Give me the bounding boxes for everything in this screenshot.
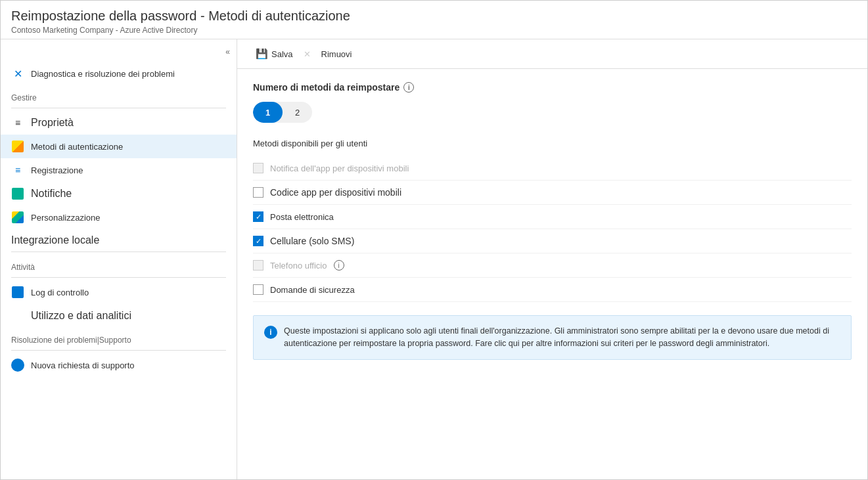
sidebar-item-supporto[interactable]: Nuova richiesta di supporto — [1, 353, 237, 377]
sidebar-item-label: Log di controllo — [31, 288, 89, 297]
info-box: i Queste impostazioni si applicano solo … — [253, 315, 852, 360]
sidebar-item-label: Personalizzazione — [31, 213, 101, 223]
method-item-domande: Domande di sicurezza — [253, 278, 852, 302]
section-gestire: Gestire — [1, 85, 237, 105]
method-label-notifica: Notifica dell'app per dispositivi mobili — [270, 164, 409, 173]
sidebar-item-label: Metodi di autenticazione — [31, 142, 123, 152]
method-checkbox-posta[interactable] — [253, 211, 263, 222]
sidebar-item-diagnostica[interactable]: ✕ Diagnostica e risoluzione dei problemi — [1, 62, 237, 85]
save-button[interactable]: 💾 Salva — [248, 45, 301, 63]
breadcrumb-service[interactable]: Azure Active Directory — [120, 26, 197, 35]
save-icon: 💾 — [256, 48, 268, 60]
sidebar-item-personalizzazione[interactable]: Personalizzazione — [1, 206, 237, 229]
palette-icon — [11, 211, 24, 224]
method-item-cellulare: Cellulare (solo SMS) — [253, 229, 852, 253]
content-area: Numero di metodi da reimpostare i 1 2 Me… — [237, 69, 867, 373]
sidebar-item-label: Notifiche — [31, 188, 72, 200]
section-integrazione: Integrazione locale — [1, 229, 237, 249]
list-icon: ≡ — [11, 164, 24, 177]
telefono-info-icon[interactable]: i — [334, 260, 344, 271]
method-item-codice: Codice app per dispositivi mobili — [253, 181, 852, 205]
method-label-codice: Codice app per dispositivi mobili — [270, 187, 401, 198]
toggle-option-1[interactable]: 1 — [253, 102, 283, 123]
utilizzo-icon — [11, 309, 24, 322]
method-item-notifica: Notifica dell'app per dispositivi mobili — [253, 156, 852, 181]
divider-risoluzione — [11, 350, 226, 351]
header: Reimpostazione della password - Metodi d… — [1, 1, 867, 39]
support-icon — [11, 359, 24, 372]
sidebar-item-label: Registrazione — [31, 165, 83, 175]
shield-icon — [11, 140, 24, 153]
breadcrumb-company[interactable]: Contoso Marketing Company — [11, 26, 113, 35]
method-checkbox-telefono[interactable] — [253, 260, 263, 271]
breadcrumb: Contoso Marketing Company - Azure Active… — [11, 26, 857, 35]
section-risoluzione: Risoluzione dei problemi|Supporto — [1, 328, 237, 347]
sidebar-collapse-button[interactable]: « — [225, 47, 230, 56]
sidebar-item-registrazione[interactable]: ≡ Registrazione — [1, 158, 237, 182]
divider — [11, 108, 226, 108]
divider-attivita — [11, 277, 226, 278]
sidebar: « ✕ Diagnostica e risoluzione dei proble… — [1, 39, 237, 479]
page-title: Reimpostazione della password - Metodi d… — [11, 7, 857, 24]
main-content: 💾 Salva ✕ Rimuovi Numero di metodi da re… — [237, 39, 867, 479]
notification-icon — [11, 187, 24, 200]
sidebar-item-proprieta[interactable]: ≡ Proprietà — [1, 111, 237, 135]
sidebar-item-log[interactable]: Log di controllo — [1, 280, 237, 304]
remove-button[interactable]: Rimuovi — [313, 46, 360, 62]
wrench-icon: ✕ — [11, 67, 24, 80]
toggle-option-2[interactable]: 2 — [283, 102, 312, 123]
methods-count-toggle[interactable]: 1 2 — [253, 102, 312, 123]
method-checkbox-cellulare[interactable] — [253, 236, 263, 246]
method-label-domande: Domande di sicurezza — [270, 285, 355, 295]
method-checkbox-domande[interactable] — [253, 284, 263, 295]
sidebar-item-label: Proprietà — [31, 117, 74, 129]
toolbar-separator: ✕ — [304, 49, 311, 59]
methods-count-info-icon[interactable]: i — [403, 82, 414, 93]
methods-count-label: Numero di metodi da reimpostare — [253, 82, 400, 93]
info-box-text: Queste impostazioni si applicano solo ag… — [284, 325, 840, 350]
method-label-cellulare: Cellulare (solo SMS) — [270, 236, 354, 246]
method-item-posta: Posta elettronica — [253, 205, 852, 229]
info-box-icon: i — [264, 326, 277, 339]
method-item-telefono: Telefono ufficio i — [253, 253, 852, 278]
sidebar-item-metodi[interactable]: Metodi di autenticazione — [1, 135, 237, 158]
method-checkbox-codice[interactable] — [253, 187, 263, 198]
sidebar-item-label: Nuova richiesta di supporto — [31, 360, 135, 370]
methods-count-section: Numero di metodi da reimpostare i — [253, 82, 852, 93]
sidebar-item-label: Diagnostica e risoluzione dei problemi — [31, 69, 175, 79]
divider — [11, 251, 226, 252]
available-methods-title: Metodi disponibili per gli utenti — [253, 139, 852, 148]
sidebar-item-label: Utilizzo e dati analitici — [31, 310, 131, 322]
method-checkbox-notifica[interactable] — [253, 163, 263, 173]
log-icon — [11, 286, 24, 299]
sidebar-item-notifiche[interactable]: Notifiche — [1, 182, 237, 206]
method-label-posta: Posta elettronica — [270, 212, 334, 222]
toolbar: 💾 Salva ✕ Rimuovi — [237, 39, 867, 69]
list-icon: ≡ — [11, 116, 24, 129]
method-label-telefono: Telefono ufficio — [270, 261, 327, 271]
sidebar-item-utilizzo[interactable]: Utilizzo e dati analitici — [1, 304, 237, 328]
section-attivita: Attività — [1, 255, 237, 274]
